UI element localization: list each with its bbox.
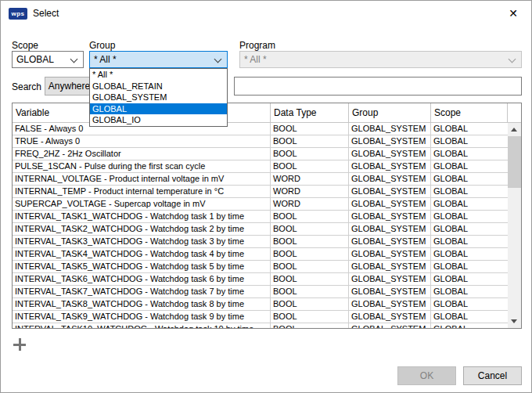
search-input[interactable]: [234, 77, 522, 96]
table-row[interactable]: INTERVAL_TASK4_WATCHDOG - Watchdog task …: [13, 248, 508, 261]
wps-logo-icon: wps: [9, 8, 27, 20]
cell-data-type: BOOL: [271, 323, 349, 328]
search-mode-button[interactable]: Anywhere: [45, 77, 94, 96]
scope-combobox-value: GLOBAL: [16, 54, 54, 65]
table-row[interactable]: PULSE_1SCAN - Pulse during the first sca…: [13, 160, 508, 173]
table-row[interactable]: FALSE - Always 0 BOOL GLOBAL_SYSTEM GLOB…: [13, 123, 508, 135]
group-option[interactable]: GLOBAL_SYSTEM: [90, 92, 227, 103]
cell-data-type: BOOL: [271, 160, 349, 173]
cell-group: GLOBAL_SYSTEM: [349, 248, 431, 261]
cell-variable: INTERVAL_TASK10_WATCHDOG - Watchdog task…: [13, 323, 271, 328]
group-dropdown-list: * All *GLOBAL_RETAINGLOBAL_SYSTEMGLOBALG…: [89, 68, 228, 127]
cell-group: GLOBAL_SYSTEM: [349, 286, 431, 298]
table-row[interactable]: INTERVAL_TASK9_WATCHDOG - Watchdog task …: [13, 311, 508, 323]
cell-scope: GLOBAL: [431, 261, 508, 273]
program-label: Program: [239, 40, 275, 51]
scrollbar-thumb[interactable]: [508, 136, 521, 188]
table-scrollbar[interactable]: [508, 123, 521, 328]
table-row[interactable]: SUPERCAP_VOLTAGE - Supercap voltage in m…: [13, 198, 508, 211]
table-row[interactable]: INTERVAL_TASK2_WATCHDOG - Watchdog task …: [13, 223, 508, 236]
cell-variable: INTERVAL_TASK3_WATCHDOG - Watchdog task …: [13, 236, 271, 248]
cell-scope: GLOBAL: [431, 186, 508, 198]
variable-table: Variable Data Type Group Scope FALSE - A…: [12, 103, 522, 329]
table-row[interactable]: INTERVAL_TASK7_WATCHDOG - Watchdog task …: [13, 286, 508, 298]
cell-scope: GLOBAL: [431, 286, 508, 298]
cell-variable: INTERNAL_VOLTAGE - Product internal volt…: [13, 173, 271, 186]
cell-variable: INTERVAL_TASK5_WATCHDOG - Watchdog task …: [13, 261, 271, 273]
cell-data-type: BOOL: [271, 135, 349, 148]
cell-scope: GLOBAL: [431, 236, 508, 248]
program-combobox-value: * All *: [244, 54, 267, 65]
cell-scope: GLOBAL: [431, 148, 508, 160]
group-combobox-value: * All *: [94, 54, 117, 65]
cell-variable: INTERVAL_TASK9_WATCHDOG - Watchdog task …: [13, 311, 271, 323]
table-row[interactable]: INTERNAL_TEMP - Product internal tempera…: [13, 186, 508, 198]
group-option[interactable]: GLOBAL_RETAIN: [90, 81, 227, 92]
cell-variable: INTERVAL_TASK6_WATCHDOG - Watchdog task …: [13, 273, 271, 286]
table-row[interactable]: INTERVAL_TASK8_WATCHDOG - Watchdog task …: [13, 298, 508, 311]
search-label: Search: [12, 81, 41, 92]
ok-button: OK: [397, 366, 456, 385]
table-row[interactable]: INTERVAL_TASK6_WATCHDOG - Watchdog task …: [13, 273, 508, 286]
table-row[interactable]: INTERVAL_TASK1_WATCHDOG - Watchdog task …: [13, 211, 508, 223]
cell-scope: GLOBAL: [431, 248, 508, 261]
column-header-group[interactable]: Group: [349, 103, 431, 122]
cell-variable: INTERVAL_TASK4_WATCHDOG - Watchdog task …: [13, 248, 271, 261]
cell-variable: INTERVAL_TASK2_WATCHDOG - Watchdog task …: [13, 223, 271, 236]
table-row[interactable]: TRUE - Always 0 BOOL GLOBAL_SYSTEM GLOBA…: [13, 135, 508, 148]
cell-group: GLOBAL_SYSTEM: [349, 298, 431, 311]
cell-group: GLOBAL_SYSTEM: [349, 323, 431, 328]
cell-variable: INTERVAL_TASK7_WATCHDOG - Watchdog task …: [13, 286, 271, 298]
group-label: Group: [89, 40, 115, 51]
table-row[interactable]: INTERVAL_TASK3_WATCHDOG - Watchdog task …: [13, 236, 508, 248]
group-option[interactable]: * All *: [90, 69, 227, 81]
column-header-scope[interactable]: Scope: [431, 103, 508, 122]
chevron-down-icon: [214, 56, 222, 63]
cell-group: GLOBAL_SYSTEM: [349, 148, 431, 160]
cell-variable: PULSE_1SCAN - Pulse during the first sca…: [13, 160, 271, 173]
variable-table-body-rows: FALSE - Always 0 BOOL GLOBAL_SYSTEM GLOB…: [13, 123, 508, 328]
cell-data-type: BOOL: [271, 286, 349, 298]
cell-variable: TRUE - Always 0: [13, 135, 271, 148]
cell-data-type: BOOL: [271, 248, 349, 261]
cancel-button[interactable]: Cancel: [463, 366, 522, 385]
cell-scope: GLOBAL: [431, 135, 508, 148]
group-combobox[interactable]: * All *: [89, 51, 228, 68]
cell-data-type: BOOL: [271, 298, 349, 311]
scroll-down-icon[interactable]: [508, 315, 521, 328]
table-row[interactable]: INTERNAL_VOLTAGE - Product internal volt…: [13, 173, 508, 186]
cell-variable: INTERNAL_TEMP - Product internal tempera…: [13, 186, 271, 198]
cell-data-type: BOOL: [271, 148, 349, 160]
cell-group: GLOBAL_SYSTEM: [349, 198, 431, 211]
cell-group: GLOBAL_SYSTEM: [349, 160, 431, 173]
cell-group: GLOBAL_SYSTEM: [349, 261, 431, 273]
cell-data-type: BOOL: [271, 273, 349, 286]
cell-group: GLOBAL_SYSTEM: [349, 236, 431, 248]
table-row[interactable]: INTERVAL_TASK5_WATCHDOG - Watchdog task …: [13, 261, 508, 273]
cell-scope: GLOBAL: [431, 323, 508, 328]
table-row[interactable]: FREQ_2HZ - 2Hz Oscillator BOOL GLOBAL_SY…: [13, 148, 508, 160]
window-title: Select: [33, 8, 59, 19]
group-option[interactable]: GLOBAL: [90, 103, 227, 115]
group-option[interactable]: GLOBAL_IO: [90, 114, 227, 126]
column-header-data-type[interactable]: Data Type: [271, 103, 349, 122]
cell-scope: GLOBAL: [431, 173, 508, 186]
table-row[interactable]: INTERVAL_TASK10_WATCHDOG - Watchdog task…: [13, 323, 508, 328]
cell-scope: GLOBAL: [431, 160, 508, 173]
close-icon[interactable]: ✕: [495, 1, 531, 26]
cell-group: GLOBAL_SYSTEM: [349, 135, 431, 148]
cell-variable: FREQ_2HZ - 2Hz Oscillator: [13, 148, 271, 160]
program-combobox: * All *: [239, 51, 522, 68]
cell-data-type: BOOL: [271, 311, 349, 323]
select-dialog: wps Select ✕ Scope Group Program GLOBAL …: [0, 0, 532, 393]
column-header-filler: [508, 103, 521, 122]
cell-group: GLOBAL_SYSTEM: [349, 123, 431, 135]
cell-data-type: WORD: [271, 173, 349, 186]
add-variable-icon[interactable]: [13, 338, 26, 351]
cell-variable: INTERVAL_TASK8_WATCHDOG - Watchdog task …: [13, 298, 271, 311]
cell-data-type: WORD: [271, 198, 349, 211]
cell-group: GLOBAL_SYSTEM: [349, 273, 431, 286]
scope-combobox[interactable]: GLOBAL: [12, 51, 84, 68]
cell-group: GLOBAL_SYSTEM: [349, 223, 431, 236]
scroll-up-icon[interactable]: [508, 123, 521, 136]
